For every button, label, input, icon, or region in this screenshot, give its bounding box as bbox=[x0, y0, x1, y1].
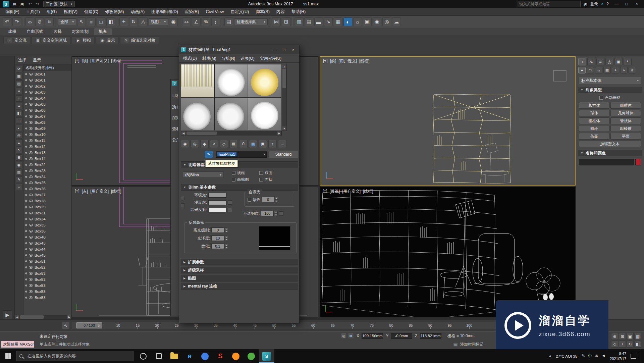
time-tag[interactable]: ▤ 添加时间标记 bbox=[453, 342, 483, 347]
menu-item[interactable]: 工具(T) bbox=[23, 8, 43, 15]
viewport-menu-plus[interactable]: [+] bbox=[75, 58, 79, 64]
material-editor-close-button[interactable]: × bbox=[289, 47, 297, 53]
rollout-header[interactable]: ▶贴图 bbox=[181, 275, 298, 281]
object-type-button[interactable]: 平面 bbox=[610, 133, 641, 140]
scene-object-row[interactable]: Box44 bbox=[23, 246, 71, 252]
slots-horizontal-scrollbar[interactable]: ◀ ▶ bbox=[181, 131, 282, 136]
visibility-eye-icon[interactable] bbox=[29, 272, 33, 275]
maximize-viewport-toggle-icon[interactable]: ◧ bbox=[634, 341, 641, 348]
specular-color-swatch[interactable] bbox=[208, 208, 226, 212]
rollout-header-shader[interactable]: ▼明暗器基本参数 bbox=[181, 161, 298, 168]
material-editor-menu[interactable]: 实用程序(U) bbox=[257, 56, 284, 61]
self-illum-color-checkbox[interactable] bbox=[248, 198, 251, 202]
object-category-dropdown[interactable]: 标准基本体▾ bbox=[579, 77, 641, 84]
lock-icon[interactable] bbox=[181, 196, 185, 200]
z-coordinate-field[interactable]: 113.821mm bbox=[420, 333, 441, 339]
render-iterative-icon[interactable]: ◎ bbox=[382, 17, 391, 26]
use-pivot-point-icon[interactable]: ◉ bbox=[169, 17, 178, 26]
scene-object-row[interactable]: Box23 bbox=[23, 168, 71, 174]
scene-object-row[interactable]: Box31 bbox=[23, 210, 71, 216]
scene-object-row[interactable]: Box10 bbox=[23, 132, 71, 138]
explorer-tool-icon[interactable]: ▥ bbox=[16, 169, 22, 175]
3dsmax-taskbar-icon[interactable]: 3 bbox=[259, 349, 274, 363]
scene-object-row[interactable]: Box05 bbox=[23, 101, 71, 107]
visibility-eye-icon[interactable] bbox=[29, 85, 33, 88]
viewport-view-label[interactable]: [透视] bbox=[330, 189, 340, 194]
chevron-down-icon[interactable]: ▾ bbox=[263, 153, 265, 156]
start-button[interactable] bbox=[0, 349, 16, 363]
ribbon-tab[interactable]: 填充 bbox=[94, 28, 112, 35]
visibility-eye-icon[interactable] bbox=[29, 200, 33, 202]
viewport-menu-plus[interactable]: [+] bbox=[323, 189, 327, 194]
select-and-link-icon[interactable]: ∞ bbox=[25, 17, 34, 26]
object-type-button[interactable]: 加强型文本 bbox=[579, 141, 641, 147]
material-editor-menu[interactable]: 选项(O) bbox=[238, 56, 257, 61]
display-tab-icon[interactable]: ▣ bbox=[614, 58, 623, 65]
object-type-button[interactable]: 茶壶 bbox=[579, 133, 609, 140]
explorer-tool-icon[interactable]: ▽ bbox=[16, 184, 22, 190]
select-by-name-icon[interactable]: ≡ bbox=[87, 17, 96, 26]
explorer-horizontal-scrollbar[interactable]: ◀ ▶ bbox=[15, 315, 71, 319]
rendered-frame-window-icon[interactable]: ▣ bbox=[363, 17, 372, 26]
material-type-button[interactable]: Standard bbox=[269, 151, 298, 158]
ambient-color-swatch[interactable] bbox=[208, 193, 226, 198]
visibility-eye-icon[interactable] bbox=[29, 284, 33, 287]
visibility-eye-icon[interactable] bbox=[29, 296, 33, 299]
viewport-view-label[interactable]: [前] bbox=[330, 58, 336, 64]
zoom-icon[interactable]: ⊕ bbox=[611, 333, 618, 340]
visibility-eye-icon[interactable] bbox=[29, 145, 33, 148]
sign-in-button[interactable]: 登录 bbox=[590, 1, 598, 7]
object-type-button[interactable]: 球体 bbox=[579, 110, 609, 116]
curve-editor-icon[interactable]: ∿ bbox=[324, 17, 333, 26]
define-idle-area-tool[interactable]: ▦定义空闲区域 bbox=[32, 36, 70, 44]
visibility-eye-icon[interactable] bbox=[29, 97, 33, 100]
scene-object-row[interactable]: Box40 bbox=[23, 234, 71, 240]
shader-checkbox[interactable]: 面状 bbox=[259, 177, 285, 182]
scene-object-row[interactable]: Box08 bbox=[23, 119, 71, 125]
explorer-tool-icon[interactable]: ◉ bbox=[16, 162, 22, 168]
object-name-field[interactable] bbox=[579, 159, 634, 165]
viewport-pov-label[interactable]: [用户定义] bbox=[342, 189, 361, 194]
zoom-extents-all-icon[interactable]: ▦ bbox=[634, 333, 641, 340]
viewport-view-label[interactable]: [左] bbox=[82, 189, 88, 194]
viewport-pov-label[interactable]: [用户定义] bbox=[338, 58, 357, 64]
edit-named-selection-sets-icon[interactable]: ▤ bbox=[224, 17, 233, 26]
scene-object-row[interactable]: Box09 bbox=[23, 125, 71, 132]
show-desktop-strip[interactable] bbox=[641, 349, 642, 363]
make-unique-icon[interactable]: ◇ bbox=[220, 140, 228, 148]
rollout-header[interactable]: ▶超级采样 bbox=[181, 267, 298, 273]
scene-object-row[interactable]: Box27 bbox=[23, 192, 71, 198]
visibility-eye-icon[interactable] bbox=[29, 218, 33, 220]
zoom-all-icon[interactable]: ⊞ bbox=[619, 333, 626, 340]
file-explorer-icon[interactable] bbox=[166, 349, 182, 363]
display-tool[interactable]: ◉显示 bbox=[96, 36, 119, 44]
y-coordinate-field[interactable]: -0.0mm bbox=[391, 333, 412, 339]
redo-icon[interactable]: ↷ bbox=[12, 17, 21, 26]
scene-object-row[interactable]: Box24 bbox=[23, 174, 71, 180]
communication-center-icon[interactable]: × bbox=[601, 2, 603, 6]
lights-category-icon[interactable]: ☼ bbox=[595, 67, 602, 73]
menu-item[interactable]: 动画(A) bbox=[127, 8, 148, 15]
scene-object-row[interactable]: Box52 bbox=[23, 264, 71, 270]
workspace-dropdown[interactable]: 工作区: 默认▾ bbox=[43, 1, 75, 7]
save-file-icon[interactable]: ▣ bbox=[19, 1, 25, 7]
scene-object-row[interactable]: Box02 bbox=[23, 83, 71, 89]
visibility-eye-icon[interactable] bbox=[29, 266, 33, 269]
scroll-right-icon[interactable]: ▶ bbox=[67, 315, 71, 319]
bind-to-space-warp-icon[interactable]: ≋ bbox=[45, 17, 54, 26]
close-button[interactable]: × bbox=[632, 1, 641, 7]
object-type-button[interactable]: 四棱锥 bbox=[610, 125, 641, 132]
render-setup-icon[interactable]: ☼ bbox=[353, 17, 362, 26]
simulate-tool[interactable]: ▶模拟 bbox=[72, 36, 95, 44]
visibility-eye-icon[interactable] bbox=[29, 73, 33, 75]
material-id-channel-icon[interactable]: 0 bbox=[239, 140, 248, 148]
viewport-menu-plus[interactable]: [+] bbox=[323, 58, 328, 64]
visibility-eye-icon[interactable] bbox=[29, 194, 33, 196]
material-sample-slot-bright[interactable] bbox=[248, 97, 281, 131]
go-forward-to-sibling-icon[interactable]: → bbox=[278, 140, 286, 148]
visibility-eye-icon[interactable] bbox=[29, 254, 33, 257]
isolate-selection-icon[interactable]: ◎ bbox=[341, 333, 347, 339]
visibility-eye-icon[interactable] bbox=[29, 206, 33, 208]
spinner-arrows[interactable]: ▴▾ bbox=[274, 211, 278, 216]
pick-material-from-object-icon[interactable]: ✎ bbox=[205, 151, 213, 158]
